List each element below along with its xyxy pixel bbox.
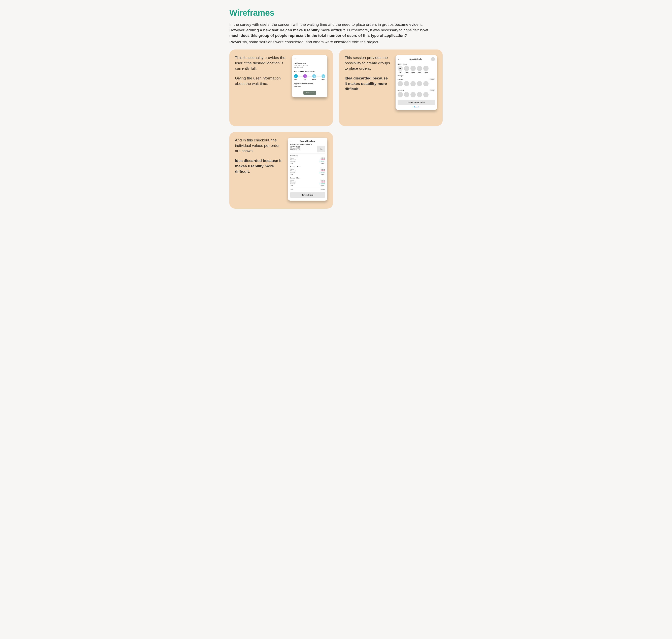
map-thumbnail[interactable]: Map [317,146,325,152]
queue-label: You [304,79,307,80]
best-friends-label: Best Friends [397,63,435,65]
approx-heading: Approximate queue time: [294,83,325,84]
friend-item[interactable]: Friend [404,66,409,73]
friend-item[interactable]: Friend [417,66,422,73]
store-address-2: EID A01 XX00 [294,66,325,68]
total-value: $99,00 [321,185,325,186]
edit-icon[interactable]: ✎ [310,143,312,145]
phone-mock-queue: ← Coffee House Road uppper 123, CO EID A… [292,55,327,97]
discount-label: Discount [290,159,296,160]
items-label: Items [290,180,294,181]
delivery-value: + $09,00 [319,183,325,185]
discount-value: - $09,99 [320,170,325,172]
queue-dot: 4 [322,74,325,78]
sub-paragraph: Previously, some solutions were consider… [229,39,443,45]
create-group-order-button[interactable]: Create Group Order [397,99,435,105]
discount-value: - $09,99 [320,181,325,183]
card2-discarded: Idea discarded because it makes usabilit… [345,76,391,92]
select-button[interactable]: Select [429,89,435,91]
wireframe-card-queue: This functionality provides the user if … [229,49,333,126]
plus-icon: + [397,66,403,71]
store-name: Coffee House [294,62,325,64]
intro-paragraph: In the survey with users, the concern wi… [229,22,435,38]
friend-item[interactable]: Friend [410,66,416,73]
cart-section: Friend 1 CartItems$99,99Discount- $09,99… [288,165,327,176]
cart-section: Your CartItems$99,99Discount- $09,99Deli… [288,154,327,165]
queue-person: 4 Marta [322,74,325,80]
groups-label: Groups [397,75,435,77]
queue-label: Sam [294,79,297,80]
queue-dot: 1 [294,74,298,78]
back-icon[interactable]: ← [397,58,401,61]
items-value: $99,99 [321,180,325,181]
total-label: Total [290,174,293,175]
wireframe-card-friends: This session provides the possibility to… [339,49,443,126]
card3-desc: And in this checkout, the individual val… [235,138,283,154]
total-value: $99,00 [321,163,325,164]
order-now-button[interactable]: Order now [303,91,316,95]
queue-label: Kevin [312,79,316,80]
group-row [395,91,437,98]
queue-label: Marta [322,79,325,80]
wireframe-card-checkout: And in this checkout, the individual val… [229,132,333,209]
queue-person: 3 Kevin [312,74,316,80]
avatar-icon[interactable] [404,81,409,86]
avatar-icon [417,66,422,71]
phone-mock-checkout: ← Group Checkout Delivery to: Coffee Hou… [288,138,327,201]
avatar-icon[interactable] [397,92,403,97]
delivery-value: + $09,00 [319,161,325,162]
page-title: Wireframes [229,8,443,18]
queue-dot: 2 [303,74,307,78]
avatar-icon[interactable] [404,92,409,97]
cart-name: Your Cart [290,155,325,157]
intro-bold-1: adding a new feature can make usability … [246,28,345,32]
group-recents: Recents [397,79,403,80]
avatar-icon[interactable] [417,81,422,86]
address-eid: EID: D03HG02 [290,149,300,150]
select-button[interactable]: Select [429,78,435,80]
card1-desc-2: Giving the user information about the wa… [235,76,287,86]
address-label: Address details [290,146,300,147]
cancel-link[interactable]: Cancel [395,105,437,110]
add-friend[interactable]: +Add [397,66,403,73]
avatar-icon [410,66,416,71]
phone-mock-friends: ← Select Friends Best Friends +Add Frien… [395,55,437,110]
finish-order-button[interactable]: Finish Order [290,192,325,198]
discount-label: Discount [290,181,296,183]
discount-value: - $09,99 [320,159,325,160]
cart-section: Friend 2 CartItems$99,99Discount- $09,99… [288,176,327,187]
items-value: $99,99 [321,168,325,170]
best-friends-row: +Add Friend Friend Friend Friend [395,65,437,73]
back-icon[interactable]: ← [290,140,293,142]
card2-desc: This session provides the possibility to… [345,55,391,71]
queue-row: 1 Sam 2 You 3 Kevin 4 Ma [294,74,325,80]
total-label: Total [290,163,293,164]
grand-total-label: Total [290,188,293,190]
avatar-icon[interactable] [397,81,403,86]
cart-name: Friend 1 Cart [290,166,325,168]
friend-item[interactable]: Friend [423,66,428,73]
avatar-icon [423,66,428,71]
delivery-label: Delivery [290,161,295,162]
avatar-icon[interactable] [410,81,416,86]
approx-value: 3 minutes [294,85,325,87]
avatar-icon[interactable] [431,57,435,61]
cart-name: Friend 2 Cart [290,177,325,179]
queue-person: 1 Sam [294,74,298,80]
delivery-to: Delivery to: Coffee House [290,143,310,145]
grand-total-value: $99,00 [321,188,325,190]
total-value: $99,00 [321,174,325,175]
total-label: Total [290,185,293,186]
delivery-value: + $09,00 [319,172,325,173]
avatar-icon[interactable] [423,81,428,86]
avatar-icon[interactable] [423,92,428,97]
address-mask: XXxxxxxxXXXX [290,147,300,149]
delivery-label: Delivery [290,172,295,173]
card3-discarded: Idea discarded because it makes usabilit… [235,158,283,174]
screen-title: Select Friends [409,58,422,60]
avatar-icon[interactable] [410,92,416,97]
group-row [395,80,437,87]
avatar-icon[interactable] [417,92,422,97]
items-label: Items [290,157,294,159]
back-icon[interactable]: ← [294,57,325,60]
